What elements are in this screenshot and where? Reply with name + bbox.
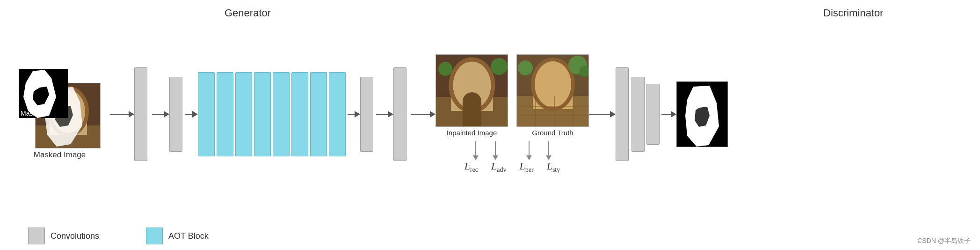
mask-image: Mask <box>19 69 68 118</box>
arrow-line-5 <box>376 114 388 115</box>
arrow-output <box>661 111 676 118</box>
arrow-2 <box>152 111 169 118</box>
arrow-head-disc <box>610 111 616 118</box>
ground-truth-section: Ground Truth <box>516 54 589 137</box>
arrow-6 <box>411 111 436 118</box>
disc-conv-1 <box>616 67 629 161</box>
encoder-conv-2 <box>169 77 182 152</box>
arrow-head-output <box>671 111 676 118</box>
loss-labels: Lrec Ladv Lper Lsty <box>465 160 560 174</box>
disc-inner-blocks <box>632 77 660 152</box>
loss-adv: Ladv <box>491 160 506 174</box>
mask-label: Mask <box>19 109 38 118</box>
legend-conv: Convolutions <box>28 228 99 244</box>
loss-rec: Lrec <box>465 160 478 174</box>
arrow-head-6 <box>430 111 436 118</box>
svg-point-15 <box>491 58 508 75</box>
masked-image-label: Masked Image <box>34 150 86 160</box>
decoder-conv-2 <box>393 67 407 161</box>
svg-rect-21 <box>533 84 573 109</box>
arrow-line-output <box>661 114 671 115</box>
output-images: Inpainted Image <box>436 54 589 137</box>
inpainted-image <box>436 54 508 127</box>
svg-point-17 <box>463 92 481 111</box>
inpainted-section: Inpainted Image <box>436 54 508 137</box>
arrow-line-disc <box>589 114 610 115</box>
diagram-container: Generator Discriminator Mask <box>0 0 980 250</box>
aot-block-4 <box>254 72 271 156</box>
aot-block-7 <box>310 72 327 156</box>
aot-block-8 <box>329 72 346 156</box>
arrow-head-1 <box>129 111 134 118</box>
loss-adv-sub: adv <box>497 167 506 174</box>
loss-per-sub: per <box>525 167 534 174</box>
encoder-conv-1 <box>134 67 147 161</box>
bottom-legend: Convolutions AOT Block <box>0 224 980 250</box>
ground-truth-label: Ground Truth <box>532 129 573 137</box>
svg-point-14 <box>438 62 452 76</box>
inpainted-label: Inpainted Image <box>447 129 497 137</box>
loss-arrow-4 <box>546 141 552 160</box>
loss-sty: Lsty <box>547 160 560 174</box>
input-section: Mask <box>19 69 101 160</box>
legend-conv-label: Convolutions <box>51 231 99 241</box>
generator-label: Generator <box>225 7 271 19</box>
aot-block-6 <box>291 72 308 156</box>
aot-block-1 <box>198 72 215 156</box>
image-stack: Mask <box>19 69 101 148</box>
disc-conv-2 <box>632 77 645 152</box>
loss-arrows-section <box>473 141 552 160</box>
arrow-line-1 <box>110 114 129 115</box>
loss-per: Lper <box>520 160 534 174</box>
aot-block-2 <box>217 72 233 156</box>
arrow-head-4 <box>355 111 360 118</box>
loss-arrow-2 <box>493 141 498 160</box>
disc-conv-3 <box>646 84 660 145</box>
arrow-head-5 <box>388 111 393 118</box>
legend-aot: AOT Block <box>146 228 209 244</box>
aot-block-3 <box>235 72 252 156</box>
arrow-1 <box>110 111 134 118</box>
arrow-5 <box>376 111 393 118</box>
arrow-line-4 <box>348 114 355 115</box>
arrow-line-6 <box>411 114 430 115</box>
main-area: Generator Discriminator Mask <box>0 0 980 224</box>
disc-output-svg <box>677 82 728 147</box>
arrow-head-3 <box>192 111 198 118</box>
legend-aot-label: AOT Block <box>168 231 209 241</box>
svg-point-23 <box>518 60 533 75</box>
decoder-conv-1 <box>360 77 373 152</box>
legend-conv-box <box>28 228 45 244</box>
discriminator-label: Discriminator <box>823 7 883 19</box>
loss-arrow-1 <box>473 141 479 160</box>
arrow-disc <box>589 111 616 118</box>
aot-block-5 <box>273 72 290 156</box>
arrow-4 <box>348 111 360 118</box>
aot-blocks-group <box>198 72 346 156</box>
inpainted-svg <box>436 55 508 127</box>
output-section: Inpainted Image <box>436 54 589 174</box>
disc-output-image <box>676 81 728 147</box>
arrow-head-2 <box>164 111 169 118</box>
loss-sty-sub: sty <box>552 167 560 174</box>
arrow-line-2 <box>152 114 164 115</box>
ground-truth-image <box>516 54 589 127</box>
arrow-line-3 <box>185 114 192 115</box>
gt-svg <box>517 55 589 127</box>
legend-aot-box <box>146 228 163 244</box>
arrow-3 <box>185 111 198 118</box>
loss-arrow-3 <box>526 141 532 160</box>
watermark: CSDN @半岛铁子 <box>917 237 971 245</box>
loss-rec-sub: rec <box>470 167 478 174</box>
